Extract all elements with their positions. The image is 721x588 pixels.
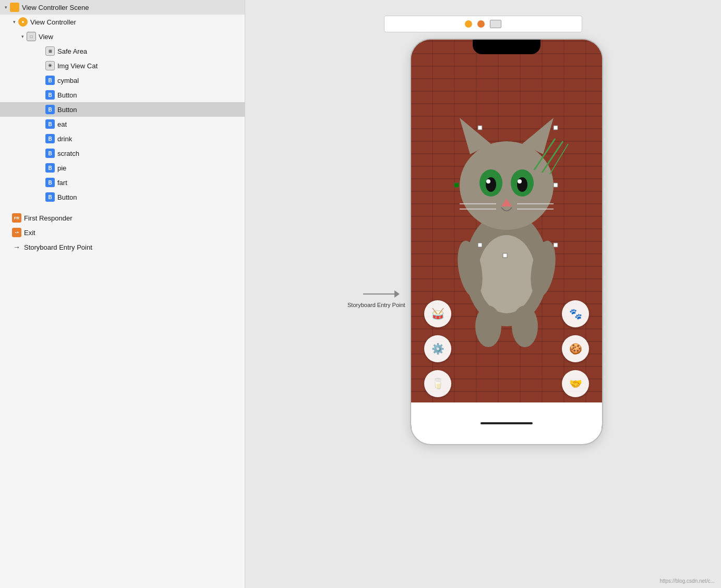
icon-entrypoint: → xyxy=(12,242,21,252)
tree-item-cymbal[interactable]: ▾ B cymbal xyxy=(0,73,245,88)
icon-fart: B xyxy=(45,178,55,187)
chevron-vc: ▾ xyxy=(10,19,18,24)
icon-imgview: ✳ xyxy=(45,61,55,70)
icon-exit: ⤻ xyxy=(12,228,21,237)
phone-section: Storyboard Entry Point xyxy=(363,39,603,445)
icon-scratch: B xyxy=(45,149,55,158)
fart-label: fart xyxy=(57,179,67,187)
toolbar-dot1 xyxy=(465,20,472,28)
icon-firstresponder: FR xyxy=(12,213,21,223)
tree-item-vc[interactable]: ▾ ● View Controller xyxy=(0,15,245,29)
svg-rect-0 xyxy=(12,5,17,10)
icon-vc: ● xyxy=(18,17,28,27)
tree-item-firstresponder[interactable]: ▾ FR First Responder xyxy=(0,211,245,225)
svg-rect-26 xyxy=(454,183,459,187)
icon-button2: B xyxy=(45,105,55,114)
imgviewcat-label: Img View Cat xyxy=(57,62,98,70)
action-buttons-area: 🥁 🐾 ⚙️ 🍪 🥛 xyxy=(411,300,602,397)
right-panel: Storyboard Entry Point xyxy=(245,0,721,588)
arrow-line xyxy=(363,293,394,295)
tree-item-pie[interactable]: ▾ B pie xyxy=(0,161,245,175)
tree-item-scene[interactable]: ▾ View Controller Scene xyxy=(0,0,245,15)
chevron-scene: ▾ xyxy=(2,5,9,10)
toolbar-icon xyxy=(490,20,501,28)
action-btn-handshake[interactable]: 🤝 xyxy=(562,370,589,397)
tree-item-safearea[interactable]: ▾ ⊞ Safe Area xyxy=(0,44,245,58)
icon-scene xyxy=(10,3,19,12)
svg-rect-24 xyxy=(554,243,558,247)
button2-label: Button xyxy=(57,106,77,114)
scratch-label: scratch xyxy=(57,150,79,157)
icon-button3: B xyxy=(45,192,55,202)
tree-item-entrypoint[interactable]: ▾ → Storyboard Entry Point xyxy=(0,240,245,254)
action-btn-paw[interactable]: 🐾 xyxy=(562,300,589,327)
icon-cymbal: B xyxy=(45,76,55,85)
safearea-label: Safe Area xyxy=(57,47,87,55)
tree-item-eat[interactable]: ▾ B eat xyxy=(0,117,245,131)
tree-item-exit[interactable]: ▾ ⤻ Exit xyxy=(0,225,245,240)
action-btn-milk[interactable]: 🥛 xyxy=(424,370,451,397)
drink-label: drink xyxy=(57,135,72,143)
icon-eat: B xyxy=(45,119,55,129)
tree-item-button1[interactable]: ▾ B Button xyxy=(0,88,245,102)
button3-label: Button xyxy=(57,193,77,201)
svg-rect-25 xyxy=(503,253,507,258)
phone-home-indicator xyxy=(480,422,533,424)
icon-drink: B xyxy=(45,134,55,143)
tree-item-button2[interactable]: ▾ B Button xyxy=(0,102,245,117)
phone-screen: 🥁 🐾 ⚙️ 🍪 🥛 xyxy=(411,40,602,428)
tree-item-button3[interactable]: ▾ B Button xyxy=(0,190,245,204)
tree-item-drink[interactable]: ▾ B drink xyxy=(0,131,245,146)
tree-item-fart[interactable]: ▾ B fart xyxy=(0,175,245,190)
arrow-head xyxy=(394,290,400,298)
tree-item-view[interactable]: ▾ □ View xyxy=(0,29,245,44)
svg-rect-21 xyxy=(478,126,482,130)
svg-rect-22 xyxy=(554,126,558,130)
left-panel: ▾ View Controller Scene ▾ ● View Control… xyxy=(0,0,245,588)
view-label: View xyxy=(39,33,53,41)
vc-label: View Controller xyxy=(30,18,76,26)
svg-line-28 xyxy=(534,139,555,170)
icon-pie: B xyxy=(45,163,55,173)
entry-label: Storyboard Entry Point xyxy=(347,302,405,308)
action-btn-cookie[interactable]: 🍪 xyxy=(562,335,589,362)
entrypoint-label: Storyboard Entry Point xyxy=(24,243,92,251)
chevron-view: ▾ xyxy=(19,34,26,39)
scene-label: View Controller Scene xyxy=(22,4,89,11)
svg-point-10 xyxy=(518,179,522,183)
phone-toolbar xyxy=(384,16,582,32)
svg-point-9 xyxy=(486,179,490,183)
firstresponder-label: First Responder xyxy=(24,214,72,222)
eat-label: eat xyxy=(57,120,67,128)
tree-item-imgviewcat[interactable]: ▾ ✳ Img View Cat xyxy=(0,58,245,73)
pie-label: pie xyxy=(57,164,66,172)
entry-arrow: Storyboard Entry Point xyxy=(363,290,400,298)
svg-point-7 xyxy=(486,177,496,192)
phone-bottom-bar-area xyxy=(411,402,602,428)
phone-mockup: 🥁 🐾 ⚙️ 🍪 🥛 xyxy=(410,39,603,445)
phone-notch xyxy=(473,40,540,54)
svg-rect-27 xyxy=(554,183,558,187)
svg-point-8 xyxy=(517,177,527,192)
icon-button1: B xyxy=(45,90,55,100)
cymbal-label: cymbal xyxy=(57,77,79,84)
tree-item-scratch[interactable]: ▾ B scratch xyxy=(0,146,245,161)
toolbar-dot2 xyxy=(477,20,485,28)
icon-safearea: ⊞ xyxy=(45,46,55,56)
icon-view: □ xyxy=(27,32,36,41)
watermark: https://blog.csdn.net/c... xyxy=(659,578,715,584)
action-btn-gear[interactable]: ⚙️ xyxy=(424,335,451,362)
action-btn-cymbal[interactable]: 🥁 xyxy=(424,300,451,327)
svg-rect-23 xyxy=(478,243,482,247)
button1-label: Button xyxy=(57,91,77,99)
exit-label: Exit xyxy=(24,229,35,237)
scratch-marks xyxy=(529,133,571,175)
